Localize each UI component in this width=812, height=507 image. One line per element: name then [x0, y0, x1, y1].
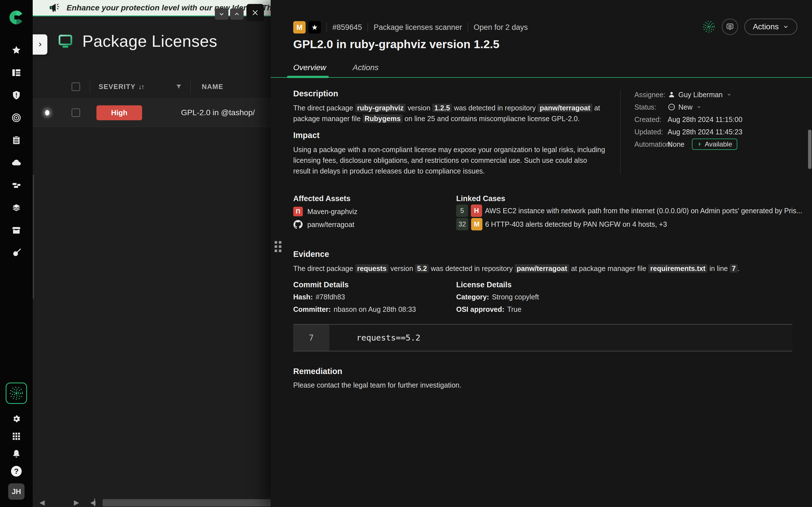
asset-item-github[interactable]: panw/terragoat: [293, 220, 354, 229]
sidebar-item-favorites[interactable]: [0, 39, 33, 61]
text-fragment: at package manager file: [569, 265, 649, 272]
row-checkbox[interactable]: [71, 108, 80, 117]
text-fragment: .: [738, 265, 740, 272]
detail-tabs: Overview Actions: [293, 63, 378, 72]
vertical-scrollbar[interactable]: [808, 129, 811, 169]
tab-actions[interactable]: Actions: [353, 63, 378, 72]
committer-value: nbason on Aug 28th 08:33: [334, 305, 416, 313]
sidebar-item-marketplace[interactable]: [0, 219, 33, 242]
sidebar-item-threat-intel[interactable]: [0, 242, 33, 264]
description-text: The direct package ruby-graphviz version…: [293, 103, 606, 124]
created-value: Aug 28th 2024 11:15:00: [668, 115, 742, 124]
meta-updated: Updated: Aug 28th 2024 11:45:23: [635, 126, 742, 137]
evidence-heading: Evidence: [293, 249, 329, 259]
text-fragment: on line 25 and contains miscompliacne li…: [403, 115, 580, 122]
sidebar-item-reports[interactable]: [0, 129, 33, 152]
column-name[interactable]: NAME: [202, 83, 223, 91]
osi-label: OSI approved:: [456, 305, 504, 313]
automation-available-badge[interactable]: Available: [692, 138, 737, 150]
sidebar-item-notifications[interactable]: [0, 445, 33, 462]
remediation-heading: Remediation: [293, 367, 342, 376]
automation-label: Automation:: [635, 140, 668, 149]
horizontal-scrollbar[interactable]: [103, 499, 271, 506]
filter-icon[interactable]: [175, 83, 183, 91]
linked-case-row[interactable]: 32 M 6 HTTP-403 alerts detected by PAN N…: [456, 218, 667, 230]
panel-drag-handle[interactable]: [274, 241, 284, 255]
select-all-checkbox[interactable]: [71, 82, 80, 91]
text-fragment: version: [406, 104, 432, 112]
chevron-up-icon: [234, 11, 240, 17]
cloud-icon: [11, 158, 21, 168]
app-logo[interactable]: [8, 10, 24, 25]
automation-value: None: [668, 140, 684, 149]
created-label: Created:: [635, 115, 668, 124]
chevron-down-icon: [726, 92, 732, 97]
clipboard-icon: [11, 135, 21, 145]
favorite-star-button[interactable]: ★: [308, 21, 321, 34]
maven-icon: Π: [293, 207, 303, 216]
github-icon: [293, 220, 303, 229]
banner-expand-button[interactable]: [230, 8, 244, 20]
sidebar-item-apps[interactable]: [0, 428, 33, 445]
asset-item-maven[interactable]: Π Maven-graphviz: [293, 207, 357, 216]
sidebar-item-layers[interactable]: [0, 196, 33, 219]
version-token: 1.2.5: [432, 104, 452, 112]
issue-id: #859645: [333, 23, 362, 32]
page-next-button[interactable]: ▶: [74, 499, 79, 506]
package-manager-token: Rubygems: [363, 114, 403, 123]
tab-overview[interactable]: Overview: [293, 63, 326, 72]
banner-close-button[interactable]: [246, 4, 264, 21]
app-root: ? JH Enhance your protection level with …: [0, 0, 812, 507]
sidebar-item-detection[interactable]: [0, 107, 33, 129]
status-label: Status:: [635, 103, 668, 111]
comments-button[interactable]: [722, 18, 738, 35]
description-heading: Description: [293, 89, 338, 98]
case-count-badge: 32: [456, 218, 468, 230]
shield-alert-icon: [11, 90, 21, 100]
banner-collapse-button[interactable]: [215, 8, 229, 20]
updated-label: Updated:: [635, 128, 668, 136]
sort-icon[interactable]: ↓↑: [139, 83, 144, 91]
expand-panel-handle[interactable]: [33, 34, 47, 55]
linked-case-row[interactable]: 5 H AWS EC2 instance with network path f…: [456, 205, 802, 217]
sidebar-item-help[interactable]: ?: [0, 462, 33, 480]
sidebar-item-dashboards[interactable]: [0, 61, 33, 84]
text-fragment: The direct package: [293, 104, 355, 112]
assignee-name: Guy Liberman: [678, 91, 723, 99]
tab-active-indicator: [287, 76, 329, 78]
impact-heading: Impact: [293, 131, 319, 140]
sidebar-item-cloud[interactable]: [0, 152, 33, 174]
panel-scrollbar-hint[interactable]: [33, 175, 34, 298]
chevron-down-icon: [218, 11, 225, 17]
detail-body: Description The direct package ruby-grap…: [271, 78, 812, 507]
bell-icon: [11, 449, 21, 459]
page-prev-button[interactable]: ◀: [40, 499, 45, 506]
sidebar-item-issues[interactable]: [0, 84, 33, 107]
page-first-button[interactable]: ◀▏: [90, 499, 98, 506]
table-row[interactable]: High GPL-2.0 in @tashop/: [33, 98, 271, 127]
line-token: 7: [730, 264, 738, 273]
panel-title-row: Package Licenses: [57, 32, 217, 50]
assignee-value[interactable]: Guy Liberman: [668, 91, 732, 99]
chevron-down-icon: [783, 24, 789, 30]
app-sidebar: ? JH: [0, 0, 33, 507]
actions-button-label: Actions: [753, 22, 779, 31]
issue-title: GPL2.0 in ruby-graphviz version 1.2.5: [293, 38, 499, 51]
status-value[interactable]: New: [668, 103, 702, 111]
user-avatar[interactable]: JH: [8, 483, 24, 500]
table-header: SEVERITY ↓↑ NAME: [33, 79, 271, 95]
text-fragment: was detected in repository: [452, 104, 538, 112]
sidebar-item-copilot[interactable]: [6, 383, 27, 404]
issue-name[interactable]: GPL-2.0 in @tashop/: [181, 108, 255, 117]
sidebar-item-assets[interactable]: [0, 174, 33, 196]
license-category: Category:Strong copyleft: [456, 293, 539, 301]
asset-name: panw/terragoat: [307, 221, 354, 229]
column-severity[interactable]: SEVERITY ↓↑: [99, 83, 144, 91]
copilot-button[interactable]: [701, 19, 717, 35]
assignee-label: Assignee:: [635, 91, 668, 99]
actions-button[interactable]: Actions: [744, 18, 797, 35]
hash-label: Hash:: [293, 293, 313, 301]
case-title: 6 HTTP-403 alerts detected by PAN NGFW o…: [485, 220, 667, 228]
package-token: ruby-graphviz: [355, 104, 406, 112]
sidebar-item-settings[interactable]: [0, 410, 33, 428]
